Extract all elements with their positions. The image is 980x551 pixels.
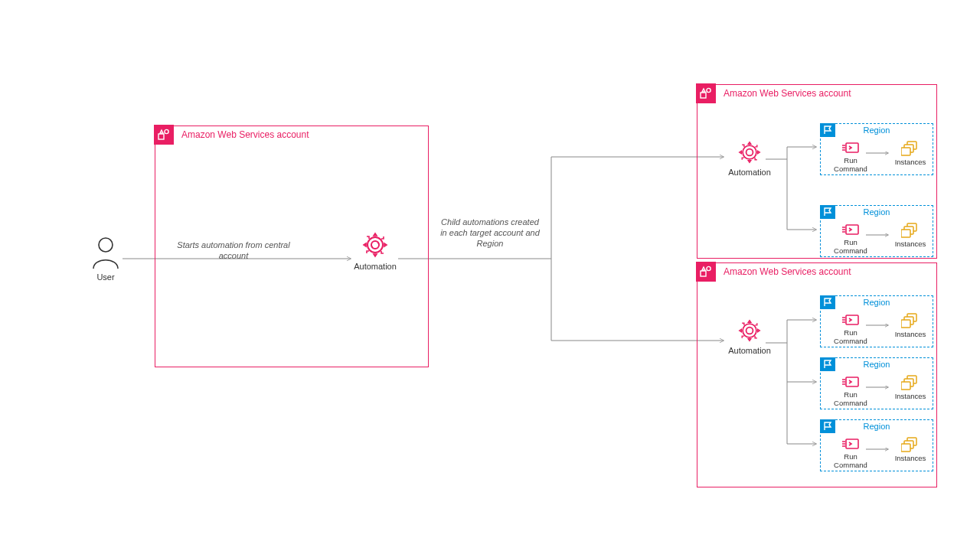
svg-point-25 <box>743 145 756 159</box>
user-icon <box>92 236 119 269</box>
instances-label: Instances <box>891 392 929 400</box>
svg-point-19 <box>99 238 113 252</box>
target-account-top: Amazon Web Services account Automation R… <box>697 84 937 259</box>
svg-point-35 <box>707 266 710 270</box>
run-command-label: Run Command <box>828 238 873 255</box>
region-box: Region Run Command Instances <box>820 205 933 257</box>
svg-rect-23 <box>701 93 706 98</box>
region-box: Region Run Command Instances <box>820 295 933 347</box>
annotation-child: Child automations created in each target… <box>440 217 540 249</box>
svg-rect-33 <box>901 230 910 237</box>
automation-icon <box>361 231 389 259</box>
instances-label: Instances <box>891 240 929 248</box>
target-account-title: Amazon Web Services account <box>724 88 851 99</box>
region-box: Region Run Command Instances <box>820 419 933 471</box>
automation-label: Automation <box>719 168 780 177</box>
svg-point-36 <box>743 324 756 337</box>
target-automation: Automation <box>719 318 780 355</box>
automation-label: Automation <box>345 262 406 271</box>
automation-icon <box>737 318 762 343</box>
instances-label: Instances <box>891 330 929 338</box>
user-label: User <box>83 272 129 282</box>
target-automation: Automation <box>719 140 780 177</box>
run-command-icon <box>841 223 860 238</box>
instances-icon <box>901 375 920 392</box>
instances-icon <box>901 437 920 454</box>
region-title: Region <box>821 360 933 369</box>
account-icon <box>696 262 716 282</box>
account-icon <box>154 125 174 145</box>
svg-rect-20 <box>158 134 164 139</box>
run-command-label: Run Command <box>828 156 873 173</box>
region-title: Region <box>821 298 933 307</box>
svg-rect-29 <box>901 148 910 155</box>
central-automation: Automation <box>345 231 406 271</box>
run-command-icon <box>841 141 860 156</box>
svg-point-21 <box>165 129 168 133</box>
run-command-label: Run Command <box>828 452 873 469</box>
run-command-icon <box>841 313 860 328</box>
target-account-title: Amazon Web Services account <box>724 266 851 277</box>
svg-point-22 <box>368 237 383 253</box>
automation-label: Automation <box>719 346 780 355</box>
region-title: Region <box>821 422 933 431</box>
svg-rect-40 <box>901 320 910 328</box>
annotation-start: Starts automation from central account <box>165 240 302 262</box>
instances-label: Instances <box>891 454 929 462</box>
svg-rect-44 <box>901 382 910 390</box>
central-account-title: Amazon Web Services account <box>181 129 309 140</box>
account-icon <box>696 83 716 103</box>
automation-icon <box>737 140 762 165</box>
target-account-bottom: Amazon Web Services account Automation R… <box>697 262 937 487</box>
run-command-icon <box>841 437 860 452</box>
instances-icon <box>901 313 920 330</box>
run-command-label: Run Command <box>828 390 873 407</box>
region-box: Region Run Command Instances <box>820 357 933 409</box>
region-box: Region Run Command Instances <box>820 123 933 175</box>
instances-label: Instances <box>891 158 929 166</box>
svg-point-24 <box>707 88 710 92</box>
instances-icon <box>901 141 920 158</box>
instances-icon <box>901 223 920 240</box>
svg-rect-34 <box>701 271 706 276</box>
region-title: Region <box>821 207 933 217</box>
run-command-label: Run Command <box>828 328 873 345</box>
region-title: Region <box>821 126 933 135</box>
svg-rect-48 <box>901 444 910 452</box>
run-command-icon <box>841 375 860 390</box>
